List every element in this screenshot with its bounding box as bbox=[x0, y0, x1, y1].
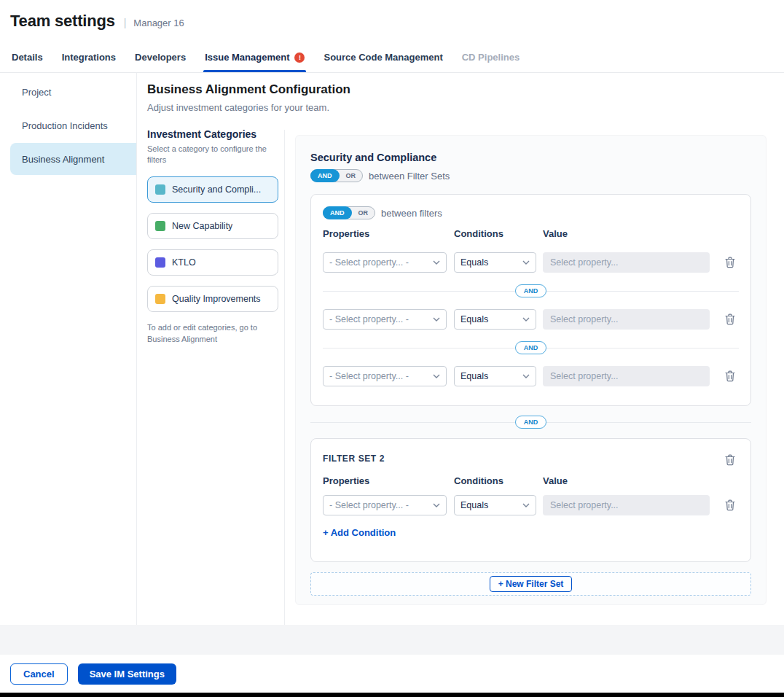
filter-set-2-card: FILTER SET 2 Properties Conditions Value… bbox=[310, 438, 751, 562]
tab-bar: Details Integrations Developers Issue Ma… bbox=[0, 42, 784, 73]
trash-icon bbox=[725, 314, 735, 325]
between-filters-label: between filters bbox=[381, 208, 442, 219]
trash-icon bbox=[725, 370, 735, 382]
title-divider: | bbox=[124, 17, 127, 28]
property-select[interactable]: - Select property... - bbox=[323, 252, 447, 273]
category-security-and-compliance[interactable]: Security and Compli... bbox=[147, 176, 278, 203]
sidebar-item-production-incidents[interactable]: Production Incidents bbox=[10, 109, 136, 141]
tab-issue-management[interactable]: Issue Management ! bbox=[205, 42, 305, 72]
sidebar-item-business-alignment[interactable]: Business Alignment bbox=[10, 143, 136, 175]
and-connector-pill: AND bbox=[515, 284, 547, 297]
filter-set-2-title: FILTER SET 2 bbox=[323, 453, 385, 464]
cancel-button[interactable]: Cancel bbox=[10, 663, 68, 685]
condition-select[interactable]: Equals bbox=[454, 309, 536, 330]
condition-select[interactable]: Equals bbox=[454, 252, 536, 273]
or-option[interactable]: OR bbox=[340, 172, 363, 179]
category-color-swatch bbox=[155, 257, 165, 268]
property-select[interactable]: - Select property... - bbox=[323, 366, 447, 386]
chevron-down-icon bbox=[522, 503, 530, 507]
tab-developers[interactable]: Developers bbox=[135, 42, 186, 72]
add-condition-button[interactable]: + Add Condition bbox=[323, 527, 396, 538]
tab-source-code-management[interactable]: Source Code Management bbox=[324, 42, 442, 72]
or-option[interactable]: OR bbox=[352, 209, 375, 217]
condition-select[interactable]: Equals bbox=[454, 495, 536, 515]
filter-row: - Select property... - Equals bbox=[323, 252, 739, 273]
delete-filter-button[interactable] bbox=[721, 496, 739, 515]
and-connector: AND bbox=[323, 273, 739, 309]
conditions-header: Conditions bbox=[454, 228, 543, 239]
vertical-divider bbox=[284, 130, 285, 625]
categories-footnote: To add or edit categories, go to Busines… bbox=[147, 322, 275, 346]
properties-header: Properties bbox=[323, 228, 454, 239]
and-connector-between-sets: AND bbox=[310, 406, 751, 438]
filter-set-2-header: FILTER SET 2 bbox=[323, 451, 739, 470]
category-color-swatch bbox=[155, 184, 165, 195]
and-connector-pill: AND bbox=[515, 416, 547, 429]
settings-sidebar: Project Production Incidents Business Al… bbox=[0, 73, 137, 625]
properties-header: Properties bbox=[323, 475, 454, 486]
chevron-down-icon bbox=[522, 317, 530, 322]
filter-row: - Select property... - Equals bbox=[323, 309, 739, 330]
warning-icon: ! bbox=[294, 52, 305, 63]
category-quality-improvements[interactable]: Quality Improvements bbox=[147, 286, 278, 312]
section-title: Business Alignment Configuration bbox=[147, 82, 350, 97]
investment-categories: Investment Categories Select a category … bbox=[147, 128, 284, 346]
chevron-down-icon bbox=[433, 503, 440, 507]
delete-filter-button[interactable] bbox=[721, 367, 739, 386]
trash-icon bbox=[725, 454, 735, 466]
chevron-down-icon bbox=[522, 260, 530, 265]
value-header: Value bbox=[543, 228, 721, 239]
filter-sets-operator-row: AND OR between Filter Sets bbox=[310, 169, 751, 182]
bottom-bar bbox=[0, 693, 784, 697]
new-filter-set-area: + New Filter Set bbox=[310, 572, 751, 596]
footer-actions: Cancel Save IM Settings bbox=[0, 655, 784, 693]
section-subtitle: Adjust investment categories for your te… bbox=[147, 102, 350, 113]
filters-operator-row: AND OR between filters bbox=[323, 206, 739, 219]
between-filter-sets-label: between Filter Sets bbox=[369, 171, 450, 182]
property-select[interactable]: - Select property... - bbox=[323, 495, 447, 515]
delete-filter-set-button[interactable] bbox=[721, 451, 739, 470]
value-input[interactable] bbox=[543, 366, 710, 386]
page-header: Team settings | Manager 16 bbox=[0, 0, 784, 42]
and-option[interactable]: AND bbox=[310, 169, 340, 182]
condition-select[interactable]: Equals bbox=[454, 366, 536, 386]
new-filter-set-button[interactable]: + New Filter Set bbox=[490, 576, 573, 592]
conditions-header: Conditions bbox=[454, 475, 543, 486]
column-headers: Properties Conditions Value bbox=[323, 475, 739, 486]
save-button[interactable]: Save IM Settings bbox=[78, 663, 176, 685]
sidebar-item-project[interactable]: Project bbox=[10, 76, 136, 108]
value-input[interactable] bbox=[543, 252, 710, 273]
category-color-swatch bbox=[155, 221, 165, 231]
delete-filter-button[interactable] bbox=[721, 253, 739, 272]
column-headers: Properties Conditions Value bbox=[323, 228, 739, 239]
category-ktlo[interactable]: KTLO bbox=[147, 249, 278, 276]
chevron-down-icon bbox=[522, 374, 530, 378]
filter-row: - Select property... - Equals bbox=[323, 495, 739, 515]
category-color-swatch bbox=[155, 294, 165, 304]
chevron-down-icon bbox=[433, 260, 440, 265]
value-input[interactable] bbox=[543, 309, 710, 330]
selected-category-title: Security and Compliance bbox=[310, 152, 751, 163]
property-select[interactable]: - Select property... - bbox=[323, 309, 447, 330]
category-new-capability[interactable]: New Capability bbox=[147, 213, 278, 239]
and-option[interactable]: AND bbox=[323, 206, 352, 219]
value-header: Value bbox=[543, 475, 721, 486]
tab-cd-pipelines: CD Pipelines bbox=[462, 42, 520, 72]
page-title: Team settings bbox=[10, 12, 115, 31]
team-settings-page: Team settings | Manager 16 Details Integ… bbox=[0, 0, 784, 697]
section-heading: Business Alignment Configuration Adjust … bbox=[147, 82, 350, 113]
tab-integrations[interactable]: Integrations bbox=[62, 42, 116, 72]
filter-set-1-card: AND OR between filters Properties Condit… bbox=[310, 194, 751, 406]
and-connector: AND bbox=[323, 330, 739, 366]
and-connector-pill: AND bbox=[515, 341, 547, 354]
and-or-toggle[interactable]: AND OR bbox=[323, 206, 375, 219]
trash-icon bbox=[725, 257, 735, 268]
delete-filter-button[interactable] bbox=[721, 310, 739, 329]
trash-icon bbox=[725, 499, 735, 511]
filter-config-panel: Security and Compliance AND OR between F… bbox=[295, 135, 767, 605]
categories-subtitle: Select a category to configure the filte… bbox=[147, 144, 275, 166]
filter-row: - Select property... - Equals bbox=[323, 366, 739, 386]
value-input[interactable] bbox=[543, 495, 710, 515]
tab-details[interactable]: Details bbox=[12, 42, 43, 72]
and-or-toggle[interactable]: AND OR bbox=[310, 169, 363, 182]
